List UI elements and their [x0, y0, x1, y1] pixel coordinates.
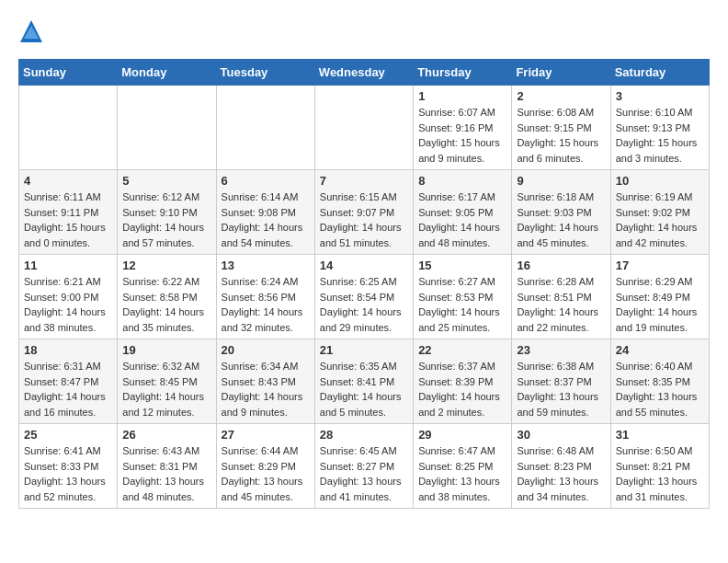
calendar-cell: 8Sunrise: 6:17 AMSunset: 9:05 PMDaylight… [414, 170, 512, 255]
calendar-cell [314, 86, 413, 170]
calendar-cell: 25Sunrise: 6:41 AMSunset: 8:33 PMDayligh… [19, 424, 118, 509]
day-number: 19 [122, 343, 210, 357]
day-number: 18 [24, 343, 112, 357]
calendar-week-row: 11Sunrise: 6:21 AMSunset: 9:00 PMDayligh… [19, 255, 710, 339]
weekday-header: Friday [512, 60, 610, 86]
calendar-cell: 28Sunrise: 6:45 AMSunset: 8:27 PMDayligh… [314, 424, 413, 509]
calendar-cell: 19Sunrise: 6:32 AMSunset: 8:45 PMDayligh… [118, 339, 216, 424]
day-info: Sunrise: 6:12 AMSunset: 9:10 PMDaylight:… [122, 190, 210, 250]
weekday-header: Saturday [610, 60, 709, 86]
day-number: 9 [517, 174, 605, 188]
day-info: Sunrise: 6:41 AMSunset: 8:33 PMDaylight:… [24, 443, 112, 504]
day-info: Sunrise: 6:38 AMSunset: 8:37 PMDaylight:… [517, 359, 605, 419]
day-info: Sunrise: 6:24 AMSunset: 8:56 PMDaylight:… [222, 274, 310, 335]
calendar-cell [118, 86, 216, 170]
calendar-cell: 22Sunrise: 6:37 AMSunset: 8:39 PMDayligh… [414, 339, 512, 424]
day-info: Sunrise: 6:11 AMSunset: 9:11 PMDaylight:… [24, 190, 112, 250]
day-info: Sunrise: 6:45 AMSunset: 8:27 PMDaylight:… [320, 443, 408, 504]
calendar-week-row: 4Sunrise: 6:11 AMSunset: 9:11 PMDaylight… [19, 170, 710, 255]
calendar-cell [19, 86, 118, 170]
day-info: Sunrise: 6:43 AMSunset: 8:31 PMDaylight:… [122, 443, 210, 504]
calendar-cell: 7Sunrise: 6:15 AMSunset: 9:07 PMDaylight… [314, 170, 413, 255]
calendar-cell: 3Sunrise: 6:10 AMSunset: 9:13 PMDaylight… [610, 86, 709, 170]
calendar-cell: 4Sunrise: 6:11 AMSunset: 9:11 PMDaylight… [19, 170, 118, 255]
day-info: Sunrise: 6:32 AMSunset: 8:45 PMDaylight:… [122, 359, 210, 419]
day-number: 28 [320, 428, 408, 442]
calendar-cell: 6Sunrise: 6:14 AMSunset: 9:08 PMDaylight… [216, 170, 314, 255]
day-number: 21 [320, 343, 408, 357]
calendar-cell: 11Sunrise: 6:21 AMSunset: 9:00 PMDayligh… [19, 255, 118, 339]
day-info: Sunrise: 6:28 AMSunset: 8:51 PMDaylight:… [517, 274, 605, 335]
page-header [18, 18, 710, 44]
day-info: Sunrise: 6:07 AMSunset: 9:16 PMDaylight:… [418, 105, 506, 166]
day-info: Sunrise: 6:14 AMSunset: 9:08 PMDaylight:… [222, 190, 310, 250]
calendar-table: SundayMondayTuesdayWednesdayThursdayFrid… [18, 59, 710, 509]
day-info: Sunrise: 6:27 AMSunset: 8:53 PMDaylight:… [418, 274, 506, 335]
calendar-cell: 27Sunrise: 6:44 AMSunset: 8:29 PMDayligh… [216, 424, 314, 509]
day-number: 25 [24, 428, 112, 442]
day-number: 15 [418, 259, 506, 272]
day-number: 31 [616, 428, 704, 442]
calendar-cell: 29Sunrise: 6:47 AMSunset: 8:25 PMDayligh… [414, 424, 512, 509]
calendar-cell: 14Sunrise: 6:25 AMSunset: 8:54 PMDayligh… [314, 255, 413, 339]
day-info: Sunrise: 6:50 AMSunset: 8:21 PMDaylight:… [616, 443, 704, 504]
day-info: Sunrise: 6:34 AMSunset: 8:43 PMDaylight:… [222, 359, 310, 419]
weekday-header: Sunday [19, 60, 118, 86]
day-number: 30 [517, 428, 605, 442]
weekday-header: Tuesday [216, 60, 314, 86]
day-number: 24 [616, 343, 704, 357]
day-number: 4 [24, 174, 112, 188]
day-info: Sunrise: 6:44 AMSunset: 8:29 PMDaylight:… [222, 443, 310, 504]
calendar-cell: 31Sunrise: 6:50 AMSunset: 8:21 PMDayligh… [610, 424, 709, 509]
calendar-cell: 21Sunrise: 6:35 AMSunset: 8:41 PMDayligh… [314, 339, 413, 424]
day-number: 10 [616, 174, 704, 188]
day-number: 16 [517, 259, 605, 272]
calendar-cell: 1Sunrise: 6:07 AMSunset: 9:16 PMDaylight… [414, 86, 512, 170]
day-number: 7 [320, 174, 408, 188]
calendar-cell: 15Sunrise: 6:27 AMSunset: 8:53 PMDayligh… [414, 255, 512, 339]
day-number: 14 [320, 259, 408, 272]
day-info: Sunrise: 6:17 AMSunset: 9:05 PMDaylight:… [418, 190, 506, 250]
day-info: Sunrise: 6:25 AMSunset: 8:54 PMDaylight:… [320, 274, 408, 335]
day-number: 23 [517, 343, 605, 357]
day-number: 2 [517, 89, 605, 103]
day-info: Sunrise: 6:47 AMSunset: 8:25 PMDaylight:… [418, 443, 506, 504]
calendar-cell: 23Sunrise: 6:38 AMSunset: 8:37 PMDayligh… [512, 339, 610, 424]
day-number: 11 [24, 259, 112, 272]
day-info: Sunrise: 6:40 AMSunset: 8:35 PMDaylight:… [616, 359, 704, 419]
day-info: Sunrise: 6:10 AMSunset: 9:13 PMDaylight:… [616, 105, 704, 166]
day-info: Sunrise: 6:31 AMSunset: 8:47 PMDaylight:… [24, 359, 112, 419]
day-number: 20 [222, 343, 310, 357]
day-info: Sunrise: 6:22 AMSunset: 8:58 PMDaylight:… [122, 274, 210, 335]
day-number: 26 [122, 428, 210, 442]
day-info: Sunrise: 6:48 AMSunset: 8:23 PMDaylight:… [517, 443, 605, 504]
calendar-cell: 13Sunrise: 6:24 AMSunset: 8:56 PMDayligh… [216, 255, 314, 339]
day-number: 12 [122, 259, 210, 272]
day-number: 8 [418, 174, 506, 188]
calendar-cell: 12Sunrise: 6:22 AMSunset: 8:58 PMDayligh… [118, 255, 216, 339]
logo [18, 18, 48, 44]
calendar-cell: 2Sunrise: 6:08 AMSunset: 9:15 PMDaylight… [512, 86, 610, 170]
calendar-cell: 5Sunrise: 6:12 AMSunset: 9:10 PMDaylight… [118, 170, 216, 255]
calendar-week-row: 18Sunrise: 6:31 AMSunset: 8:47 PMDayligh… [19, 339, 710, 424]
calendar-cell [216, 86, 314, 170]
day-number: 17 [616, 259, 704, 272]
weekday-header-row: SundayMondayTuesdayWednesdayThursdayFrid… [19, 60, 710, 86]
calendar-cell: 9Sunrise: 6:18 AMSunset: 9:03 PMDaylight… [512, 170, 610, 255]
day-info: Sunrise: 6:35 AMSunset: 8:41 PMDaylight:… [320, 359, 408, 419]
logo-icon [18, 18, 44, 44]
day-info: Sunrise: 6:37 AMSunset: 8:39 PMDaylight:… [418, 359, 506, 419]
day-info: Sunrise: 6:18 AMSunset: 9:03 PMDaylight:… [517, 190, 605, 250]
calendar-cell: 26Sunrise: 6:43 AMSunset: 8:31 PMDayligh… [118, 424, 216, 509]
calendar-cell: 10Sunrise: 6:19 AMSunset: 9:02 PMDayligh… [610, 170, 709, 255]
calendar-cell: 18Sunrise: 6:31 AMSunset: 8:47 PMDayligh… [19, 339, 118, 424]
day-info: Sunrise: 6:08 AMSunset: 9:15 PMDaylight:… [517, 105, 605, 166]
day-info: Sunrise: 6:21 AMSunset: 9:00 PMDaylight:… [24, 274, 112, 335]
weekday-header: Wednesday [314, 60, 413, 86]
calendar-cell: 16Sunrise: 6:28 AMSunset: 8:51 PMDayligh… [512, 255, 610, 339]
day-number: 29 [418, 428, 506, 442]
day-number: 6 [222, 174, 310, 188]
day-info: Sunrise: 6:29 AMSunset: 8:49 PMDaylight:… [616, 274, 704, 335]
calendar-week-row: 25Sunrise: 6:41 AMSunset: 8:33 PMDayligh… [19, 424, 710, 509]
calendar-cell: 30Sunrise: 6:48 AMSunset: 8:23 PMDayligh… [512, 424, 610, 509]
